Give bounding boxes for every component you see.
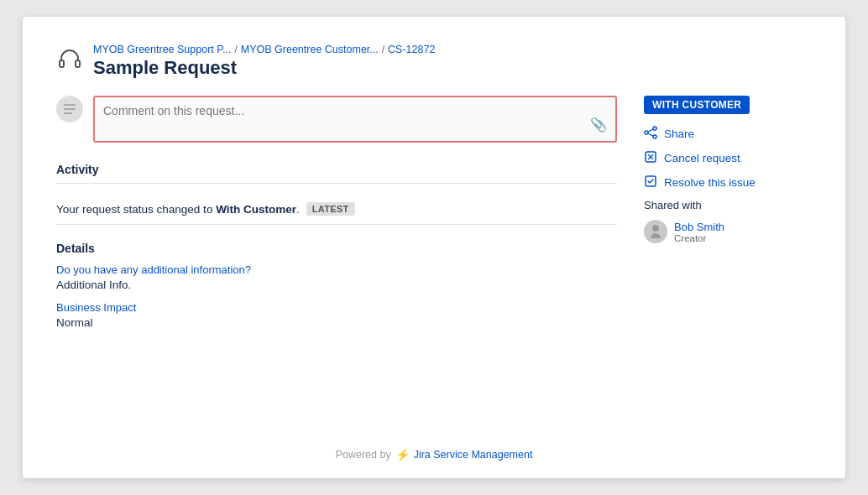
- resolve-icon: [644, 175, 657, 190]
- page-title: Sample Request: [93, 57, 435, 79]
- activity-divider: [56, 183, 617, 184]
- detail-field-1: Business Impact Normal: [56, 301, 617, 329]
- details-section: Details Do you have any additional infor…: [56, 242, 617, 329]
- svg-line-5: [648, 129, 653, 132]
- status-badge: WITH CUSTOMER: [644, 96, 750, 114]
- activity-section: Activity Your request status changed to …: [56, 163, 617, 225]
- latest-badge: LATEST: [306, 202, 355, 216]
- shared-user: Bob Smith Creator: [644, 220, 812, 243]
- details-title: Details: [56, 242, 617, 255]
- user-info: Bob Smith Creator: [674, 221, 724, 243]
- cancel-icon: [644, 150, 657, 166]
- footer: Powered by ⚡ Jira Service Management: [23, 448, 845, 461]
- resolve-action[interactable]: Resolve this issue: [644, 175, 812, 190]
- cancel-label: Cancel request: [664, 152, 740, 164]
- activity-text: Your request status changed to With Cust…: [56, 203, 300, 216]
- svg-rect-1: [76, 60, 80, 67]
- resolve-label: Resolve this issue: [664, 176, 756, 189]
- activity-item: Your request status changed to With Cust…: [56, 194, 617, 225]
- header-area: MYOB Greentree Support P... / MYOB Green…: [56, 44, 812, 79]
- user-role: Creator: [674, 233, 724, 243]
- left-column: 📎 Activity Your request status changed t…: [56, 96, 617, 339]
- right-column: WITH CUSTOMER Share: [644, 96, 812, 339]
- svg-point-4: [645, 131, 648, 134]
- shared-with-title: Shared with: [644, 199, 812, 211]
- detail-label-0: Do you have any additional information?: [56, 263, 617, 276]
- detail-label-1: Business Impact: [56, 301, 617, 314]
- share-icon: [644, 126, 657, 142]
- svg-rect-0: [60, 60, 64, 67]
- breadcrumb-sep-1: /: [234, 44, 237, 55]
- jira-link[interactable]: Jira Service Management: [414, 449, 533, 461]
- user-name: Bob Smith: [674, 221, 724, 233]
- breadcrumb-item-3[interactable]: CS-12872: [388, 44, 435, 55]
- detail-value-0: Additional Info.: [56, 279, 617, 291]
- powered-by-text: Powered by: [336, 449, 391, 461]
- breadcrumb-sep-2: /: [382, 44, 384, 55]
- main-layout: 📎 Activity Your request status changed t…: [56, 96, 812, 339]
- detail-value-1: Normal: [56, 316, 617, 329]
- attachment-icon[interactable]: 📎: [590, 117, 607, 133]
- svg-point-3: [653, 135, 656, 138]
- svg-point-2: [653, 127, 656, 130]
- headset-icon: [56, 45, 83, 76]
- activity-title: Activity: [56, 163, 617, 176]
- header-text: MYOB Greentree Support P... / MYOB Green…: [93, 44, 435, 79]
- breadcrumb-item-2[interactable]: MYOB Greentree Customer...: [241, 44, 379, 55]
- svg-line-6: [648, 133, 653, 136]
- comment-avatar: [56, 96, 83, 122]
- share-label: Share: [664, 128, 694, 140]
- cancel-action[interactable]: Cancel request: [644, 150, 812, 166]
- comment-input-wrapper[interactable]: 📎: [93, 96, 617, 143]
- main-card: MYOB Greentree Support P... / MYOB Green…: [23, 17, 845, 478]
- comment-input[interactable]: [103, 104, 590, 134]
- detail-field-0: Do you have any additional information? …: [56, 263, 617, 291]
- share-action[interactable]: Share: [644, 126, 812, 142]
- user-avatar: [644, 220, 667, 243]
- breadcrumb-item-1[interactable]: MYOB Greentree Support P...: [93, 44, 231, 55]
- breadcrumb: MYOB Greentree Support P... / MYOB Green…: [93, 44, 435, 55]
- comment-area: 📎: [56, 96, 617, 143]
- jira-logo-icon: ⚡: [395, 448, 410, 461]
